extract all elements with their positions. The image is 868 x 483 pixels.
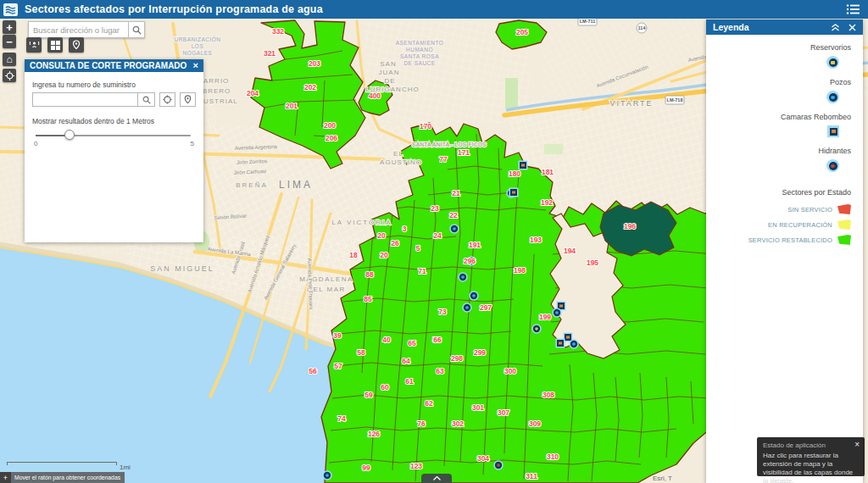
search-bar: [28, 21, 145, 38]
sector-number-label: 21: [452, 189, 460, 197]
sector-number-label: 202: [304, 83, 316, 92]
attribute-table-toggle[interactable]: [421, 474, 452, 483]
sector-number-label: 195: [587, 258, 598, 267]
sector-number-label: 3: [403, 225, 407, 233]
sector-number-label: 59: [364, 391, 373, 399]
widget-locate-person-button[interactable]: [26, 37, 42, 53]
legend-panel: Leyenda Reservorios Pozos: [706, 19, 863, 483]
slider-min-label: 0: [34, 140, 37, 147]
popup-title: Estado de aplicación: [763, 441, 859, 449]
sector-number-label: 5: [416, 244, 420, 253]
pozo-map-icon[interactable]: [322, 470, 331, 480]
draw-pin-button[interactable]: [69, 37, 84, 53]
camara-map-icon[interactable]: [519, 161, 528, 170]
legend-panel-header[interactable]: Leyenda: [706, 19, 863, 35]
close-icon[interactable]: [849, 24, 856, 31]
map-pin-icon: [71, 40, 81, 50]
sector-number-label: 66: [433, 336, 442, 344]
hidrante-map-icon[interactable]: [493, 460, 503, 469]
camara-map-icon[interactable]: [509, 188, 519, 197]
city-label: SAN: [380, 60, 396, 68]
collapse-icon[interactable]: [831, 24, 840, 31]
search-button[interactable]: [128, 21, 145, 38]
consulta-panel-header[interactable]: CONSULTA DE CORTE PROGRAMADO ×: [25, 59, 203, 72]
svg-text:LM-711: LM-711: [580, 19, 596, 24]
search-input[interactable]: [28, 21, 128, 38]
suministro-search-button[interactable]: [137, 93, 154, 106]
city-label: MAGDALENA: [299, 275, 353, 283]
pozo-map-icon[interactable]: [449, 224, 459, 233]
svg-text:LM-718: LM-718: [667, 97, 683, 103]
coordinate-label: Mover el ratón para obtener coordenadas: [14, 475, 120, 480]
close-icon[interactable]: ×: [854, 440, 860, 449]
zoom-in-button[interactable]: +: [3, 20, 16, 34]
city-label: LOS: [192, 43, 204, 49]
legend-entry-sin-servicio: SIN SERVICIO: [787, 204, 851, 214]
pozo-map-icon[interactable]: [569, 339, 578, 348]
sector-number-label: 321: [264, 49, 275, 58]
sector-number-label: 400: [369, 92, 381, 100]
sector-number-label: 302: [452, 419, 464, 428]
legend-item: Hidrantes: [818, 147, 851, 175]
sector-number-label: 200: [324, 121, 336, 130]
search-icon: [132, 25, 142, 35]
pozo-map-icon[interactable]: [552, 308, 561, 317]
sector-number-label: 332: [272, 27, 284, 36]
sector-number-label: 310: [547, 452, 559, 461]
slider-handle[interactable]: [64, 130, 75, 140]
sector-number-label: 170: [420, 122, 431, 130]
pin-on-map-button[interactable]: [180, 92, 196, 107]
sector-number-label: 61: [405, 377, 414, 386]
sector-number-label: 307: [498, 408, 509, 417]
suministro-input[interactable]: [33, 93, 137, 106]
city-label: HUMANO: [406, 47, 433, 53]
slider-max-label: 5: [191, 140, 194, 147]
sector-number-label: 74: [337, 414, 346, 423]
sector-number-label: 192: [541, 198, 553, 207]
basemap-gallery-button[interactable]: [47, 37, 63, 53]
legend-panel-body: Reservorios Pozos Camaras Rebombeo Hidra…: [706, 35, 863, 483]
sector-number-label: 71: [418, 267, 426, 275]
sector-number-label: 301: [472, 403, 484, 412]
home-button[interactable]: ⌂: [3, 53, 16, 66]
legend-item-label: Reservorios: [810, 43, 851, 52]
legend-entry-servicio-restablecido: SERVICIO RESTABLECIDO: [748, 235, 851, 245]
sector-number-label: 18: [349, 251, 358, 259]
sector-number-label: 63: [436, 367, 444, 375]
camara-map-icon[interactable]: [556, 339, 565, 348]
pozo-map-icon[interactable]: [458, 272, 467, 281]
menu-icon[interactable]: [846, 3, 860, 15]
locate-button[interactable]: [3, 69, 16, 82]
map-pin-icon: [183, 95, 192, 104]
city-label: VITARTE: [609, 99, 653, 108]
consulta-panel: CONSULTA DE CORTE PROGRAMADO × Ingresa t…: [25, 59, 203, 242]
sector-number-label: 198: [514, 266, 526, 275]
reservorio-map-icon[interactable]: [531, 324, 541, 333]
legend-item-label: Pozos: [830, 78, 851, 86]
sector-number-label: 62: [425, 399, 433, 408]
city-label: BREÑA: [236, 181, 268, 189]
sector-number-label: 171: [458, 148, 470, 157]
pozo-map-icon[interactable]: [469, 291, 478, 300]
pozo-map-icon[interactable]: [462, 303, 471, 312]
legend-item-label: Hidrantes: [818, 147, 851, 155]
yellow-swatch: [837, 219, 851, 230]
sector-number-label: 204: [247, 89, 259, 97]
sector-number-label: 298: [451, 354, 463, 363]
sector-number-label: 39: [333, 331, 342, 340]
sector-number-label: 77: [439, 155, 448, 164]
map-attribution: Esri, T: [653, 475, 672, 482]
close-icon[interactable]: ×: [193, 61, 198, 70]
city-label: SANTA ANITA - LOS FICOS: [412, 142, 487, 147]
sector-number-label: 308: [542, 391, 554, 399]
sector-number-label: 199: [539, 313, 551, 321]
sector-number-label: 300: [504, 367, 516, 375]
slider-label: Mostrar resultados dentro de 1 Metros: [32, 117, 196, 125]
consulta-panel-body: Ingresa tu numero de suministro: [25, 72, 203, 242]
reservorio-icon: [826, 56, 839, 69]
app-header: Sectores afectados por Interrupción prog…: [0, 0, 868, 19]
zoom-out-button[interactable]: −: [3, 35, 16, 48]
sector-number-label: 60: [381, 383, 389, 391]
gps-locate-button[interactable]: [159, 92, 175, 107]
coordinate-icon[interactable]: +: [0, 472, 11, 483]
